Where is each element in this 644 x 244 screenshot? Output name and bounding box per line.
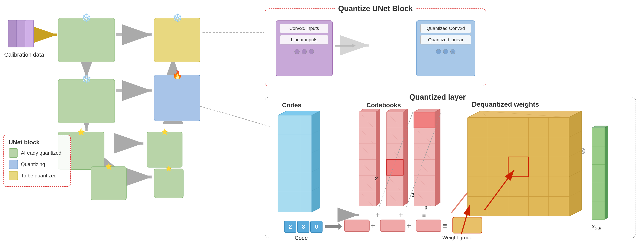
legend-item-to-be-quantized: To be quantized	[9, 171, 65, 180]
linear-inputs-label: Linear inputs	[280, 35, 328, 44]
quant-unet-title: Quantize UNet Block	[335, 4, 416, 13]
code-cell-0: 0	[310, 221, 322, 233]
svg-line-15	[190, 103, 270, 126]
calibration-data	[8, 20, 32, 47]
legend-swatch-green	[9, 148, 18, 158]
unet-block-1: ❄️	[58, 18, 115, 62]
quantized-conv2d-label: Quantized Conv2d	[420, 24, 471, 33]
legend-label-quantized: Already quantized	[21, 150, 62, 156]
codebook-col1	[356, 109, 383, 206]
quant-layer-title: Quantized layer	[406, 93, 469, 102]
quant-unet-arrow	[335, 44, 356, 48]
unet-block-3b: ⭐	[146, 132, 182, 168]
purple-server-block: Conv2d inputs Linear inputs	[276, 20, 333, 76]
legend-swatch-blue	[9, 160, 18, 169]
legend-label-to-be-quantized: To be quantized	[21, 173, 56, 179]
codebook-col2	[383, 109, 411, 206]
svg-marker-83	[569, 111, 582, 216]
legend-item-quantized: Already quantized	[9, 148, 65, 158]
codebook-num-0: 0	[424, 204, 427, 211]
pink-box-1	[344, 220, 370, 232]
weight-group-box	[452, 217, 482, 234]
legend-swatch-yellow	[9, 171, 18, 180]
legend-box: UNet block Already quantized Quantizing …	[3, 135, 71, 187]
legend-item-quantizing: Quantizing	[9, 160, 65, 169]
code-cell-2: 2	[284, 221, 296, 233]
legend-label-quantizing: Quantizing	[21, 161, 45, 167]
codes-title: Codes	[282, 102, 302, 109]
blue-server-block: Quantized Conv2d Quantized Linear ✕	[416, 20, 475, 76]
dequant-title: Dequantized weights	[472, 100, 539, 108]
code-label: Code	[295, 235, 308, 241]
s-out-vector	[591, 125, 610, 220]
svg-rect-103	[592, 128, 605, 220]
diagram-container: + + ≡ ⊗ Calibration data ❄️ ❄️ ❄️ 🔥 ⭐ ⭐	[0, 0, 644, 244]
codebooks-title: Codebooks	[366, 102, 401, 109]
pink-box-2	[380, 220, 406, 232]
legend-title: UNet block	[9, 139, 65, 146]
calibration-label: Calibration data	[4, 52, 44, 58]
s-out-label: sout	[592, 223, 602, 231]
quant-layer-box: Quantized layer Codes Codebooks	[265, 97, 636, 238]
weight-group-label: Weight group	[442, 235, 472, 241]
svg-rect-54	[386, 112, 403, 206]
unet-block-yellow: ❄️	[154, 18, 200, 62]
code-arrow	[325, 223, 342, 230]
svg-marker-102	[605, 126, 608, 220]
weight-grid	[464, 109, 586, 216]
codebook-num-2: 2	[375, 175, 378, 182]
svg-rect-74	[414, 112, 435, 128]
svg-marker-67	[435, 109, 440, 206]
conv2d-inputs-label: Conv2d inputs	[280, 24, 328, 33]
quant-unet-box: Quantize UNet Block Conv2d inputs Linear…	[265, 8, 486, 86]
svg-marker-39	[376, 109, 380, 206]
svg-rect-60	[386, 160, 403, 175]
unet-block-5: ⭐	[154, 169, 184, 198]
code-cell-3: 3	[297, 221, 310, 233]
pink-box-3	[416, 220, 441, 232]
unet-block-4: ⭐	[91, 167, 126, 200]
unet-block-blue-fire: 🔥	[154, 75, 200, 121]
codes-cube	[274, 109, 341, 214]
svg-rect-25	[278, 115, 312, 212]
svg-rect-40	[359, 112, 376, 206]
svg-marker-24	[312, 111, 320, 212]
svg-marker-53	[403, 109, 408, 206]
unet-block-2: ❄️	[58, 79, 115, 123]
quantized-linear-label: Quantized Linear	[420, 35, 471, 44]
codebook-col3	[411, 109, 444, 206]
